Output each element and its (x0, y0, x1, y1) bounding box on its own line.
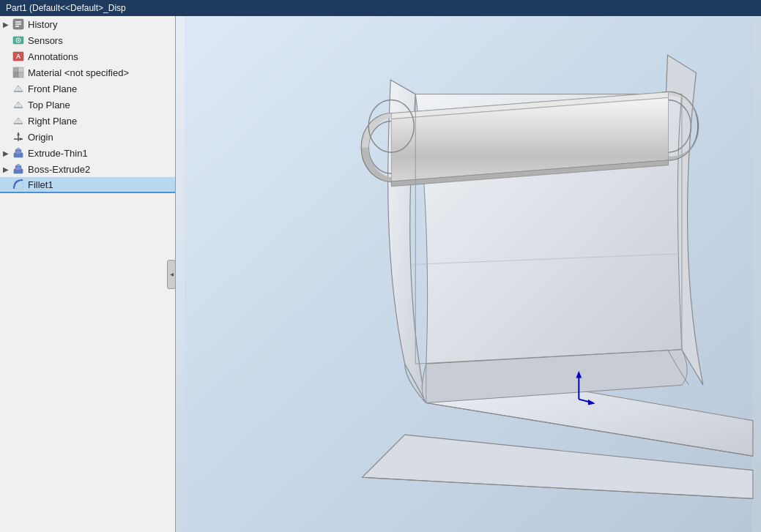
svg-rect-10 (18, 67, 23, 72)
history-arrow: ▶ (3, 20, 12, 29)
sidebar-item-boss-extrude2[interactable]: ▶ Boss-Extrude2 (0, 161, 175, 177)
top-plane-label: Top Plane (28, 100, 70, 110)
right-plane-icon (12, 114, 25, 127)
front-plane-label: Front Plane (28, 83, 77, 94)
boss-extrude2-label: Boss-Extrude2 (28, 164, 90, 175)
origin-label: Origin (28, 132, 53, 143)
svg-rect-9 (13, 67, 18, 72)
title-bar: Part1 (Default<<Default>_Disp (0, 0, 761, 16)
boss-extrude2-icon (12, 162, 25, 176)
svg-rect-33 (15, 166, 21, 171)
sidebar-item-history[interactable]: ▶ History (0, 16, 175, 32)
svg-marker-27 (17, 132, 20, 135)
sidebar-item-origin[interactable]: ▶ Origin (0, 129, 175, 145)
sidebar-item-material[interactable]: ▶ Material <not specified> (0, 64, 175, 80)
boss-extrude2-arrow: ▶ (3, 165, 12, 173)
sidebar-item-sensors[interactable]: ▶ Sensors (0, 32, 175, 48)
sidebar-item-top-plane[interactable]: ▶ Top Plane (0, 97, 175, 113)
fillet1-label: Fillet1 (28, 179, 53, 190)
svg-point-6 (18, 40, 19, 41)
history-icon (12, 18, 25, 31)
main-content: ▶ History ▶ Sensors (0, 16, 761, 532)
sensors-icon (12, 34, 25, 47)
right-plane-label: Right Plane (28, 116, 77, 127)
front-plane-icon (12, 82, 25, 95)
extrude-thin1-arrow: ▶ (3, 149, 12, 157)
material-label: Material <not specified> (28, 67, 129, 78)
material-icon (12, 66, 25, 79)
sidebar-item-fillet1[interactable]: ▶ Fillet1 (0, 177, 175, 193)
fillet1-icon (12, 178, 25, 191)
origin-icon (12, 130, 25, 143)
sensors-label: Sensors (28, 35, 63, 46)
panel-collapse-handle[interactable]: ◂ (167, 260, 176, 289)
svg-rect-11 (13, 72, 18, 78)
annotations-icon: A (12, 50, 25, 63)
extrude-thin1-label: Extrude-Thin1 (28, 148, 88, 159)
svg-marker-28 (20, 138, 23, 141)
title-label: Part1 (Default<<Default>_Disp (6, 3, 126, 13)
sidebar-item-extrude-thin1[interactable]: ▶ Extrude-Thin1 (0, 145, 175, 161)
viewport[interactable] (176, 16, 761, 532)
svg-text:A: A (16, 53, 21, 60)
model-view (176, 16, 761, 532)
svg-rect-12 (18, 72, 23, 78)
extrude-thin1-icon (12, 146, 25, 160)
sidebar-item-front-plane[interactable]: ▶ Front Plane (0, 80, 175, 97)
sidebar-item-annotations[interactable]: ▶ A Annotations (0, 48, 175, 64)
svg-marker-34 (15, 164, 21, 166)
sidebar-item-right-plane[interactable]: ▶ Right Plane (0, 113, 175, 129)
annotations-label: Annotations (28, 51, 78, 62)
svg-rect-30 (15, 150, 21, 154)
history-label: History (28, 19, 57, 30)
svg-marker-31 (15, 148, 21, 150)
feature-tree: ▶ History ▶ Sensors (0, 16, 176, 532)
top-plane-icon (12, 98, 25, 111)
